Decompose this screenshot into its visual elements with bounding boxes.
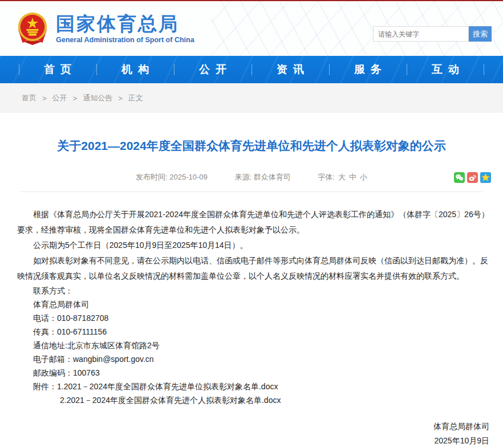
attachment-2[interactable]: 2.2021－2024年度全国群众体育先进个人拟表彰对象名单.docx: [17, 393, 492, 407]
site-logo[interactable]: 国家体育总局 General Administration of Sport o…: [16, 11, 194, 46]
article: 关于2021—2024年度全国群众体育先进单位和先进个人拟表彰对象的公示 发布时…: [0, 138, 503, 448]
contact-address: 通信地址:北京市东城区体育馆路2号: [17, 339, 492, 352]
font-size-small[interactable]: 小: [360, 173, 367, 181]
breadcrumb-public[interactable]: 公开: [52, 93, 67, 103]
nav-item-service[interactable]: 服务: [329, 56, 407, 83]
source: 来源: 群众体育司: [234, 173, 290, 181]
article-body: 根据《体育总局办公厅关于开展2021-2024年度全国群众体育先进单位和先进个人…: [0, 207, 503, 407]
attachment-1[interactable]: 附件：1.2021－2024年度全国群众体育先进单位拟表彰对象名单.docx: [17, 380, 492, 393]
search-button[interactable]: 搜索: [469, 26, 492, 42]
contact-department: 体育总局群体司: [17, 298, 492, 311]
contact-fax: 传真：010-67111156: [17, 325, 492, 339]
font-size-large[interactable]: 大: [338, 173, 346, 181]
publish-date: 发布时间: 2025-10-09: [136, 173, 208, 181]
breadcrumb-separator: >: [118, 94, 123, 103]
breadcrumb-current: 正文: [128, 93, 143, 103]
paragraph: 如对拟表彰对象有不同意见，请在公示期内以电话、信函或电子邮件等形式向体育总局群体…: [17, 253, 492, 284]
breadcrumb-home[interactable]: 首页: [22, 93, 36, 103]
nav-item-home[interactable]: 首页: [19, 56, 96, 83]
main-nav: 首页 机构 公开 资讯 服务 互动: [0, 56, 503, 83]
paragraph: 根据《体育总局办公厅关于开展2021-2024年度全国群众体育先进单位和先进个人…: [17, 207, 492, 238]
font-size-label: 字体:: [318, 173, 335, 181]
page-title: 关于2021—2024年度全国群众体育先进单位和先进个人拟表彰对象的公示: [23, 138, 480, 154]
search-box: 搜索: [373, 26, 492, 42]
paragraph: 公示期为5个工作日（2025年10月9日至2025年10月14日）。: [17, 238, 492, 253]
nav-item-org[interactable]: 机构: [96, 56, 174, 83]
signature-block: 体育总局群体司 2025年10月9日: [0, 420, 503, 448]
signature-department: 体育总局群体司: [0, 420, 489, 434]
nav-item-public[interactable]: 公开: [174, 56, 252, 83]
site-header: 国家体育总局 General Administration of Sport o…: [0, 1, 503, 56]
wechat-icon[interactable]: [454, 172, 465, 183]
breadcrumb: 首页 > 公开 > 通知公告 > 正文: [0, 83, 503, 113]
contact-postcode: 邮政编码：100763: [17, 366, 492, 380]
breadcrumb-notices[interactable]: 通知公告: [83, 93, 112, 103]
qzone-star-icon[interactable]: [480, 172, 491, 183]
site-title-block: 国家体育总局 General Administration of Sport o…: [56, 14, 194, 44]
nav-item-interact[interactable]: 互动: [407, 56, 484, 83]
meta-divider: [21, 192, 482, 192]
national-emblem-icon: [16, 11, 49, 46]
weibo-icon[interactable]: [467, 172, 478, 183]
contact-phone: 电话：010-87182708: [17, 311, 492, 325]
article-meta: 发布时间: 2025-10-09 来源: 群众体育司 字体:大中小: [0, 172, 503, 184]
breadcrumb-separator: >: [73, 94, 78, 103]
site-name: 国家体育总局: [56, 14, 194, 34]
contact-email: 电子邮箱：wangbin@sport.gov.cn: [17, 352, 492, 366]
search-input[interactable]: [373, 26, 469, 42]
signature-date: 2025年10月9日: [0, 434, 489, 448]
contact-heading: 联系方式：: [17, 284, 492, 298]
font-size-control: 字体:大中小: [318, 173, 367, 181]
breadcrumb-separator: >: [42, 94, 47, 103]
nav-item-news[interactable]: 资讯: [252, 56, 329, 83]
share-icons: [454, 172, 491, 183]
font-size-medium[interactable]: 中: [349, 173, 356, 181]
site-name-en: General Administration of Sport of China: [56, 36, 194, 44]
